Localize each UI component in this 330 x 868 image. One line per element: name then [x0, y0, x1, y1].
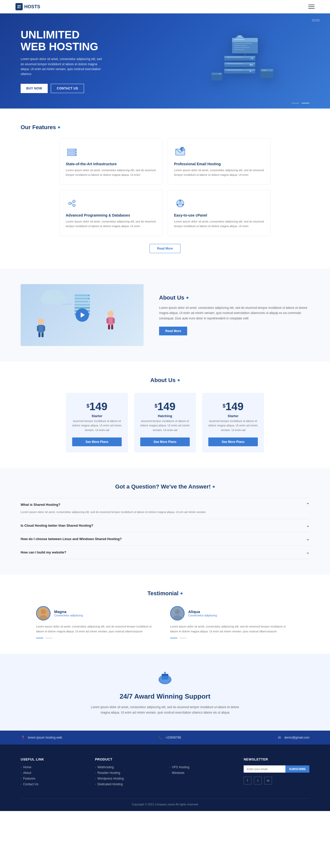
svg-rect-21 [234, 39, 244, 40]
footer-link-vps[interactable]: VPS Hosting [170, 766, 233, 769]
pricing-title: About Us [21, 377, 309, 383]
footer-grid: USEFUL LINK Home About Features Contact … [21, 757, 309, 788]
faq-question-2[interactable]: Is Cloud Hosting better than Shared Host… [21, 523, 309, 528]
newsletter-input[interactable] [244, 766, 286, 773]
footer-link-windows[interactable]: Windows [170, 771, 233, 775]
testimonial-card-2: Aliqua Consectetur adipiscing Lorem ipsu… [170, 606, 294, 638]
hero-next-arrow[interactable] [302, 103, 309, 103]
about-video-left [21, 284, 144, 346]
email-icon-bar: ✉ [277, 735, 282, 740]
svg-rect-0 [18, 5, 19, 6]
about-read-more-button[interactable]: Read More [159, 327, 187, 335]
database-icon [66, 197, 78, 210]
hero-prev-arrow[interactable] [291, 103, 299, 103]
faq-chevron-4: ⌄ [306, 550, 309, 555]
testimonial-next-2[interactable] [179, 638, 187, 638]
svg-rect-22 [234, 43, 252, 44]
faq-question-4[interactable]: How can I build my website? ⌄ [21, 550, 309, 555]
faq-chevron-3: ⌄ [306, 536, 309, 541]
svg-point-65 [88, 295, 89, 296]
svg-point-30 [270, 70, 272, 71]
svg-rect-82 [108, 325, 110, 330]
facebook-icon[interactable]: f [244, 777, 251, 784]
hero-description: Lorem ipsum dolor sit amet, consectetur … [21, 57, 103, 76]
svg-rect-76 [38, 333, 40, 337]
linkedin-icon[interactable]: in [264, 777, 272, 784]
footer-link-contact[interactable]: Contact Us [21, 782, 85, 786]
author-role-1: Consectetur adipiscing [54, 614, 83, 617]
svg-point-48 [68, 202, 71, 205]
testimonial-prev-1[interactable] [36, 638, 43, 638]
footer-link-webhosting[interactable]: Webhosting [95, 766, 159, 769]
play-button[interactable] [76, 308, 89, 322]
newsletter-subscribe-button[interactable]: SUBSCRIBE [286, 766, 309, 773]
about-description: Lorem ipsum dolor sit amet, consectetur … [159, 305, 309, 321]
logo[interactable]: HOSTS [16, 3, 40, 10]
twitter-icon[interactable]: t [254, 777, 262, 784]
pricing-card-3: $149 Starter eiusmod tempor incididunt u… [202, 393, 264, 453]
svg-line-52 [71, 204, 73, 205]
useful-links-list: Home About Features Contact Us [21, 766, 85, 786]
svg-rect-35 [238, 35, 242, 37]
footer-link-wordpress[interactable]: Wordpress Hosting [95, 777, 159, 780]
feature-title-2: Professional Email Hosting [174, 162, 264, 166]
logo-icon [16, 3, 23, 10]
price-desc-1: eiusmod tempor incididunt ut labore et d… [72, 419, 122, 433]
location-icon: 📍 [21, 735, 25, 740]
plan-name-1: Starter [72, 414, 122, 418]
svg-rect-74 [37, 326, 39, 331]
pricing-dot [178, 379, 180, 381]
footer-link-dedicated[interactable]: Dedicated Hosting [95, 782, 159, 786]
read-more-button[interactable]: Read More [150, 244, 180, 253]
support-description: Lorem ipsum dolor sit amet, consectetur … [88, 705, 242, 715]
svg-rect-1 [19, 5, 21, 6]
faq-question-3[interactable]: How do I choose between Linux and Window… [21, 536, 309, 541]
contact-phone: 📞 +23456786 [158, 735, 181, 740]
faq-item-2: Is Cloud Hosting better than Shared Host… [21, 519, 309, 532]
feature-desc-1: Lorem ipsum dolor sit amet, consectetur … [66, 168, 156, 177]
footer-link-features[interactable]: Features [21, 777, 85, 780]
newsletter-form: SUBSCRIBE [244, 766, 309, 773]
svg-text:@: @ [182, 148, 184, 151]
author-info-2: Aliqua Consectetur adipiscing [188, 610, 217, 617]
buy-now-button[interactable]: BUY NOW [21, 84, 48, 93]
see-more-plans-button-2[interactable]: See More Plans [140, 437, 190, 446]
footer-link-reseller[interactable]: Reseller Hosting [95, 771, 159, 775]
svg-rect-83 [111, 325, 113, 330]
price-desc-3: eiusmod tempor incididunt ut labore et d… [208, 419, 258, 433]
footer-link-about[interactable]: About [21, 771, 85, 775]
svg-point-15 [249, 70, 251, 72]
social-links: f t in [244, 777, 309, 784]
see-more-plans-button-3[interactable]: See More Plans [208, 437, 258, 446]
svg-rect-60 [74, 301, 90, 303]
hero-counter: 01/02 [312, 19, 320, 22]
logo-text: HOSTS [24, 4, 40, 9]
footer-copyright: Copyright © 2021 Company name All rights… [21, 798, 309, 806]
svg-rect-93 [162, 674, 168, 676]
hamburger-menu[interactable] [308, 5, 314, 9]
footer-col-newsletter: NEWSLETTER SUBSCRIBE f t in [244, 757, 309, 788]
svg-point-13 [249, 64, 251, 66]
hero-nav-arrows [291, 103, 309, 103]
svg-point-43 [75, 152, 76, 153]
testimonial-next-1[interactable] [46, 638, 53, 638]
feature-card-1: State-of-the-Art Infrastructure Lorem ip… [59, 138, 162, 185]
svg-point-49 [73, 200, 75, 203]
features-dot [58, 126, 60, 128]
testimonial-prev-2[interactable] [170, 638, 177, 638]
pricing-card-2: $149 Hatching eiusmod tempor incididunt … [134, 393, 196, 453]
cpanel-icon [174, 197, 186, 210]
testimonial-arrows-2 [170, 638, 294, 638]
contact-us-button[interactable]: CONTACT US [51, 84, 84, 93]
contact-email: ✉ demo@gmail.com [277, 735, 309, 740]
svg-rect-17 [227, 63, 242, 64]
see-more-plans-button-1[interactable]: See More Plans [72, 437, 122, 446]
feature-desc-3: Lorem ipsum dolor sit amet, consectetur … [66, 219, 156, 228]
svg-rect-16 [227, 57, 242, 58]
faq-item-1: What is Shared Hosting? ⌃ Lorem ipsum do… [21, 498, 309, 519]
support-title: 24/7 Award Winning Support [21, 692, 309, 701]
faq-question-1[interactable]: What is Shared Hosting? ⌃ [21, 502, 309, 507]
avatar-1 [36, 606, 51, 621]
author-role-2: Consectetur adipiscing [188, 614, 217, 617]
footer-link-home[interactable]: Home [21, 766, 85, 769]
